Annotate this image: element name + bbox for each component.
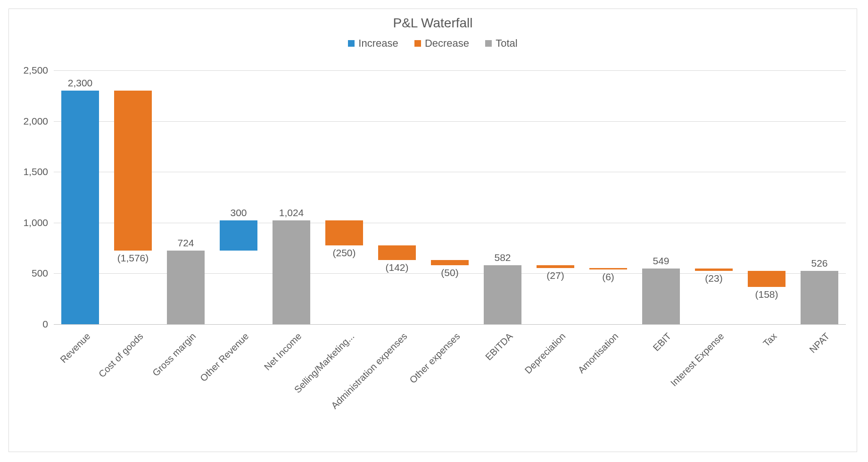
- bar-value-label: (158): [729, 289, 804, 300]
- waterfall-bar: [114, 91, 152, 251]
- legend-item-increase: Increase: [348, 37, 398, 50]
- waterfall-bar: [484, 265, 522, 324]
- waterfall-bar: [642, 269, 680, 324]
- waterfall-bar: [273, 220, 311, 324]
- waterfall-bar: [695, 269, 733, 271]
- gridline: [54, 223, 846, 223]
- y-axis-tick-label: 500: [32, 268, 48, 279]
- waterfall-bar: [378, 245, 416, 260]
- x-axis-tick-label: Cost of goods: [38, 331, 145, 438]
- chart-title: P&L Waterfall: [9, 9, 857, 31]
- y-axis-tick-label: 2,000: [23, 116, 48, 127]
- legend-item-total: Total: [485, 37, 517, 50]
- gridline: [54, 121, 846, 122]
- x-axis-tick-label: Gross margin: [91, 331, 198, 438]
- y-axis-tick-label: 2,500: [23, 65, 48, 76]
- gridline: [54, 70, 846, 71]
- waterfall-bar: [61, 91, 99, 324]
- x-axis-tick-label: Selling/Marketing...: [249, 331, 356, 438]
- waterfall-bar: [589, 268, 628, 269]
- legend-item-decrease: Decrease: [414, 37, 469, 50]
- legend-swatch-increase: [348, 40, 355, 47]
- x-axis-tick-label: Interest Expense: [619, 331, 726, 438]
- legend-label-decrease: Decrease: [425, 37, 469, 50]
- legend-swatch-decrease: [414, 40, 421, 47]
- waterfall-bar: [748, 271, 786, 287]
- bar-value-label: (1,576): [95, 252, 171, 264]
- waterfall-bar: [801, 271, 839, 324]
- x-axis-tick-label: Other Revenue: [143, 331, 251, 438]
- bar-value-label: 1,024: [254, 207, 329, 218]
- legend-label-increase: Increase: [358, 37, 398, 50]
- x-axis-tick-label: Other expenses: [355, 331, 462, 438]
- x-axis-tick-label: Tax: [671, 331, 779, 438]
- y-axis-tick-label: 1,000: [23, 217, 48, 228]
- bar-value-label: 724: [148, 237, 223, 249]
- bar-value-label: 582: [465, 252, 540, 263]
- bar-value-label: 526: [782, 258, 857, 269]
- waterfall-bar: [220, 220, 258, 251]
- waterfall-bar: [325, 220, 364, 246]
- x-axis-tick-label: Depreciation: [460, 331, 568, 438]
- bar-value-label: 2,300: [42, 77, 118, 89]
- chart-legend: Increase Decrease Total: [9, 37, 857, 50]
- bar-value-label: (50): [412, 267, 488, 278]
- waterfall-bar: [537, 265, 575, 268]
- bar-value-label: (6): [570, 271, 646, 283]
- plot-area: 05001,0001,5002,0002,5002,300Revenue(1,5…: [54, 70, 846, 325]
- gridline: [54, 172, 846, 172]
- y-axis-tick-label: 1,500: [23, 166, 48, 177]
- waterfall-chart: P&L Waterfall Increase Decrease Total 05…: [8, 8, 857, 452]
- legend-swatch-total: [485, 40, 492, 47]
- bar-value-label: 549: [623, 255, 699, 267]
- waterfall-bar: [431, 260, 469, 265]
- x-axis-tick-label: Amortisation: [513, 331, 620, 438]
- y-axis-tick-label: 0: [42, 319, 48, 330]
- x-axis-tick-label: EBIT: [566, 331, 673, 438]
- x-axis-tick-label: Administration expenses: [302, 331, 409, 438]
- waterfall-bar: [167, 251, 205, 324]
- bar-value-label: (250): [306, 247, 382, 259]
- bar-value-label: (23): [676, 273, 752, 284]
- x-axis-tick-label: EBITDA: [407, 331, 515, 438]
- x-axis-tick-label: NPAT: [724, 331, 832, 438]
- legend-label-total: Total: [496, 37, 517, 50]
- x-axis-tick-label: Net Income: [196, 331, 304, 438]
